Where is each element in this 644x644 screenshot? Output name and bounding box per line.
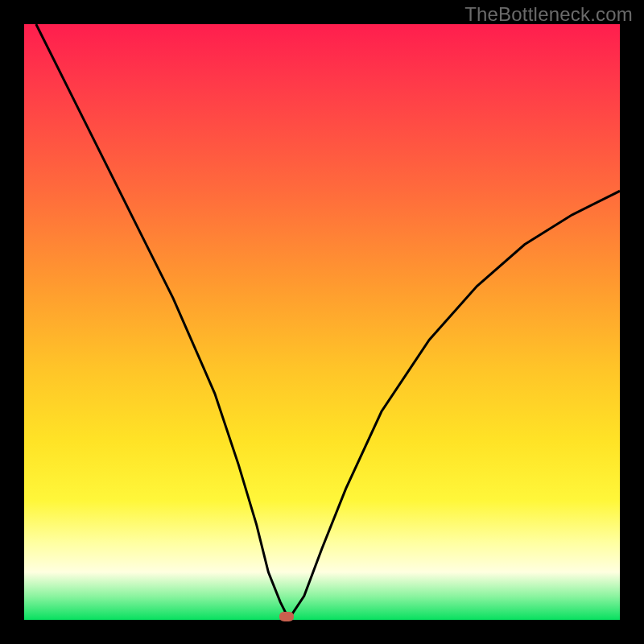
watermark-text: TheBottleneck.com: [464, 3, 633, 26]
chart-frame: TheBottleneck.com: [0, 0, 644, 644]
bottleneck-curve: [24, 24, 620, 620]
curve-path: [36, 24, 620, 614]
plot-area: [24, 24, 620, 620]
minimum-marker: [279, 612, 294, 621]
